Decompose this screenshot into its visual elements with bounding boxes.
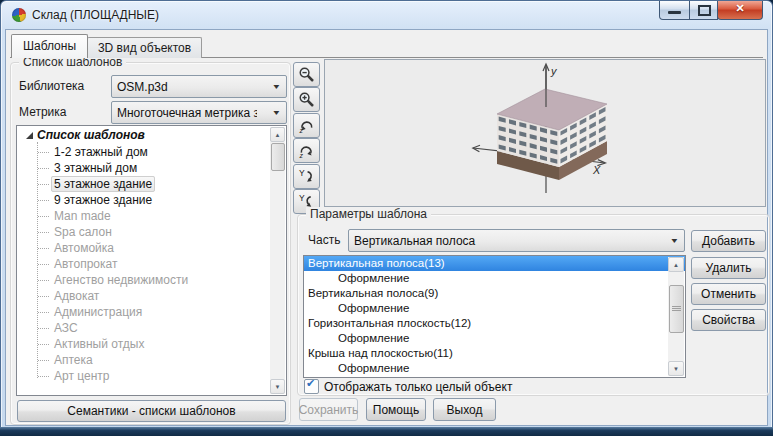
template-tree[interactable]: Список шаблонов 1-2 этажный дом 3 этажны… [16,125,287,396]
tree-item-label: Адвокат [51,289,102,303]
tree-item-label: Активный отдых [51,337,147,351]
tree-item[interactable]: Активный отдых [17,336,286,352]
tree-item[interactable]: Адвокат [17,288,286,304]
cancel-button[interactable]: Отменить [691,283,766,305]
add-button[interactable]: Добавить [691,230,766,252]
tree-item-label: Man made [51,209,114,223]
parameters-group: Параметры шаблона Часть Вертикальная пол… [297,214,770,396]
scroll-up-icon[interactable]: ▲ [270,127,285,142]
exit-button[interactable]: Выход [433,398,496,421]
library-select[interactable]: OSM.p3d ▼ [111,75,287,98]
semantics-button[interactable]: Семантики - списки шаблонов [17,400,286,422]
svg-text:z: z [299,152,304,159]
tree-item[interactable]: АЗС [17,320,286,336]
zoom-in-icon [298,91,315,108]
templates-group: Список шаблонов Библиотека OSM.p3d ▼ Мет… [10,62,291,425]
delete-button[interactable]: Удалить [691,257,766,279]
metric-value: Многоточечная метрика замк [117,106,257,120]
tree-item[interactable]: Арт центр [17,368,286,384]
part-select[interactable]: Вертикальная полоса ▼ [348,229,685,252]
rotate-y-ccw-button[interactable]: Y [293,164,320,189]
minimize-button[interactable] [659,1,690,20]
tree-item[interactable]: 1-2 этажный дом [17,144,286,160]
tree-item-selected[interactable]: 5 этажное здание [17,176,286,192]
svg-text:z: z [299,127,304,134]
help-button[interactable]: Помощь [366,398,426,421]
list-item[interactable]: Крыша над плоскостью(11) [304,346,685,361]
rotate-z-cw-icon: z [298,142,315,159]
axis-y-label: y [550,65,558,77]
tree-root-label: Список шаблонов [37,126,145,144]
checkbox-box[interactable]: ✔ [304,379,319,394]
checkbox-label: Отображать только целый объект [324,380,512,394]
tree-item[interactable]: Spa салон [17,224,286,240]
axis-x-label: X [592,164,601,176]
tree-scrollbar[interactable]: ▲ ▼ [270,127,285,394]
tree-item[interactable]: Man made [17,208,286,224]
tree-root[interactable]: Список шаблонов [17,126,286,144]
client-area: Шаблоны 3D вид объектов Список шаблонов … [5,29,768,426]
tab-templates[interactable]: Шаблоны [11,34,88,58]
tree-item-label: Автопрокат [51,257,120,271]
tree-expanded-icon[interactable] [26,132,33,139]
metric-select[interactable]: Многоточечная метрика замк ▼ [111,101,287,124]
zoom-out-icon [298,66,315,83]
list-item[interactable]: Оформление [304,271,685,286]
rotate-z-ccw-button[interactable]: z [293,113,320,138]
rotate-y-ccw-icon: Y [298,168,315,185]
tree-item-label: 5 этажное здание [51,176,155,192]
properties-button[interactable]: Свойства [691,309,766,331]
chevron-down-icon: ▼ [669,237,680,244]
list-item[interactable]: Горизонтальная плоскость(12) [304,316,685,331]
parts-list[interactable]: Вертикальная полоса(13) Оформление Верти… [303,255,686,378]
chevron-down-icon: ▼ [271,83,282,90]
tree-item[interactable]: 9 этажное здание [17,192,286,208]
list-item[interactable]: Оформление [304,331,685,346]
save-button: Сохранить [299,398,358,421]
tree-item-label: Администрация [51,305,145,319]
3d-viewport[interactable]: y X [324,59,766,207]
tree-item[interactable]: 3 этажный дом [17,160,286,176]
tree-item-label: 3 этажный дом [51,161,140,175]
taskbar-strip [0,427,773,436]
parameters-group-label: Параметры шаблона [306,207,431,221]
svg-text:Y: Y [299,193,305,203]
rotate-z-cw-button[interactable]: z [293,138,320,163]
close-button[interactable]: ✕ [717,1,763,20]
part-value: Вертикальная полоса [354,234,475,248]
tree-item[interactable]: Автопрокат [17,256,286,272]
title-bar[interactable]: Склад (ПЛОЩАДНЫЕ) ✕ [1,1,772,29]
list-item[interactable]: Оформление [304,301,685,316]
list-item[interactable]: Оформление [304,361,685,376]
chevron-down-icon: ▼ [271,109,282,116]
tree-item[interactable]: Аптека [17,352,286,368]
scroll-down-icon[interactable]: ▼ [270,379,285,394]
library-value: OSM.p3d [117,80,168,94]
list-scrollbar-thumb[interactable] [669,285,684,333]
list-item[interactable]: Вертикальная полоса(9) [304,286,685,301]
viewport-svg: y X [325,60,765,206]
tree-item-label: 1-2 этажный дом [51,145,151,159]
check-icon: ✔ [306,377,315,390]
tree-item[interactable]: Агенство недвижимости [17,272,286,288]
tab-3d-view[interactable]: 3D вид объектов [87,37,202,58]
part-label: Часть [308,233,340,247]
tree-item-label: Аптека [51,353,96,367]
app-icon [12,8,26,22]
scroll-up-icon[interactable]: ▲ [668,257,684,272]
tree-item[interactable]: Администрация [17,304,286,320]
tree-item-label: Spa салон [51,225,115,239]
metric-label: Метрика [19,105,66,119]
whole-object-checkbox[interactable]: ✔ Отображать только целый объект [304,379,512,394]
tree-item[interactable]: Автомойка [17,240,286,256]
close-icon: ✕ [718,2,762,15]
library-label: Библиотека [19,79,84,93]
list-item-selected[interactable]: Вертикальная полоса(13) [304,256,685,271]
tree-scrollbar-thumb[interactable] [271,143,285,171]
zoom-out-button[interactable] [293,62,320,87]
maximize-button[interactable] [689,1,718,20]
scroll-down-icon[interactable]: ▼ [668,361,684,376]
tree-item-label: Агенство недвижимости [51,273,191,287]
list-scrollbar[interactable]: ▲ ▼ [668,257,684,376]
zoom-in-button[interactable] [293,87,320,112]
